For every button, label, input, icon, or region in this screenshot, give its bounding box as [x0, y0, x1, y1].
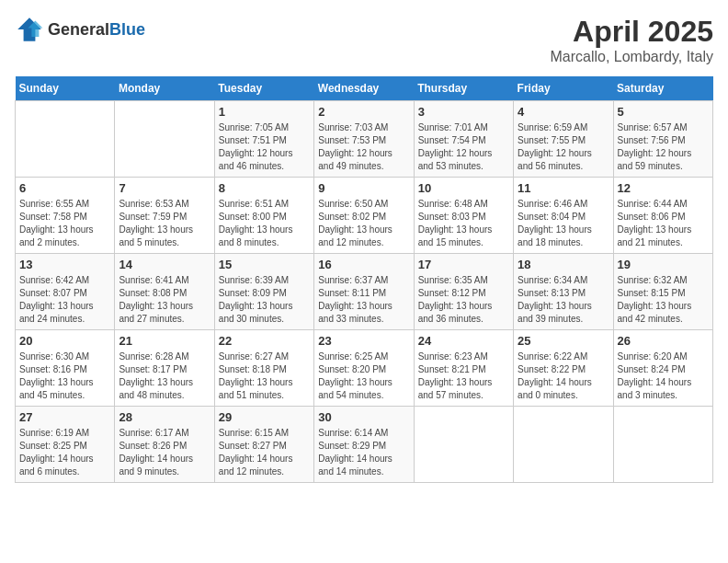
calendar-cell: 27Sunrise: 6:19 AM Sunset: 8:25 PM Dayli… — [16, 407, 115, 483]
calendar-cell: 6Sunrise: 6:55 AM Sunset: 7:58 PM Daylig… — [16, 178, 115, 254]
weekday-header-cell: Friday — [514, 76, 613, 101]
day-detail: Sunrise: 6:25 AM Sunset: 8:20 PM Dayligh… — [318, 350, 409, 402]
calendar-cell — [16, 101, 115, 178]
day-detail: Sunrise: 6:35 AM Sunset: 8:12 PM Dayligh… — [418, 274, 509, 326]
day-number: 15 — [219, 258, 310, 271]
day-detail: Sunrise: 6:30 AM Sunset: 8:16 PM Dayligh… — [19, 350, 110, 402]
calendar-week-row: 6Sunrise: 6:55 AM Sunset: 7:58 PM Daylig… — [16, 178, 713, 254]
day-number: 29 — [219, 410, 310, 424]
day-number: 12 — [618, 181, 709, 195]
calendar-cell: 25Sunrise: 6:22 AM Sunset: 8:22 PM Dayli… — [514, 330, 613, 407]
calendar-cell: 8Sunrise: 6:51 AM Sunset: 8:00 PM Daylig… — [214, 178, 313, 254]
day-number: 26 — [618, 334, 709, 348]
calendar-cell: 18Sunrise: 6:34 AM Sunset: 8:13 PM Dayli… — [514, 254, 613, 330]
calendar-cell: 3Sunrise: 7:01 AM Sunset: 7:54 PM Daylig… — [414, 101, 513, 178]
day-detail: Sunrise: 6:28 AM Sunset: 8:17 PM Dayligh… — [119, 350, 210, 402]
day-detail: Sunrise: 6:41 AM Sunset: 8:08 PM Dayligh… — [119, 274, 210, 326]
calendar-cell: 29Sunrise: 6:15 AM Sunset: 8:27 PM Dayli… — [214, 407, 313, 483]
logo-icon — [15, 15, 44, 44]
calendar-week-row: 20Sunrise: 6:30 AM Sunset: 8:16 PM Dayli… — [16, 330, 713, 407]
calendar-cell: 13Sunrise: 6:42 AM Sunset: 8:07 PM Dayli… — [16, 254, 115, 330]
day-number: 20 — [19, 334, 110, 348]
page-title: April 2025 — [550, 15, 713, 49]
day-number: 21 — [119, 334, 210, 348]
calendar-cell: 12Sunrise: 6:44 AM Sunset: 8:06 PM Dayli… — [613, 178, 712, 254]
day-number: 30 — [318, 410, 409, 424]
day-detail: Sunrise: 6:39 AM Sunset: 8:09 PM Dayligh… — [219, 274, 310, 326]
day-number: 11 — [518, 181, 609, 195]
day-number: 25 — [518, 334, 609, 348]
logo-text: GeneralBlue — [48, 21, 145, 38]
calendar-cell: 21Sunrise: 6:28 AM Sunset: 8:17 PM Dayli… — [115, 330, 214, 407]
day-number: 16 — [318, 258, 409, 271]
day-detail: Sunrise: 6:44 AM Sunset: 8:06 PM Dayligh… — [618, 198, 709, 249]
calendar-cell: 17Sunrise: 6:35 AM Sunset: 8:12 PM Dayli… — [414, 254, 513, 330]
weekday-header-cell: Thursday — [414, 76, 513, 101]
day-number: 17 — [418, 258, 509, 271]
day-detail: Sunrise: 7:05 AM Sunset: 7:51 PM Dayligh… — [219, 121, 310, 173]
logo: GeneralBlue — [15, 15, 145, 44]
title-area: April 2025 Marcallo, Lombardy, Italy — [550, 15, 713, 65]
day-detail: Sunrise: 6:27 AM Sunset: 8:18 PM Dayligh… — [219, 350, 310, 402]
calendar-week-row: 13Sunrise: 6:42 AM Sunset: 8:07 PM Dayli… — [16, 254, 713, 330]
calendar-cell: 16Sunrise: 6:37 AM Sunset: 8:11 PM Dayli… — [314, 254, 414, 330]
day-number: 28 — [119, 410, 210, 424]
calendar-cell: 22Sunrise: 6:27 AM Sunset: 8:18 PM Dayli… — [214, 330, 313, 407]
day-number: 9 — [318, 181, 409, 195]
calendar-cell: 30Sunrise: 6:14 AM Sunset: 8:29 PM Dayli… — [314, 407, 414, 483]
calendar-cell: 28Sunrise: 6:17 AM Sunset: 8:26 PM Dayli… — [115, 407, 214, 483]
day-number: 1 — [219, 105, 310, 119]
day-number: 19 — [618, 258, 709, 271]
day-number: 27 — [19, 410, 110, 424]
day-detail: Sunrise: 7:01 AM Sunset: 7:54 PM Dayligh… — [418, 121, 509, 173]
calendar-cell — [414, 407, 513, 483]
calendar-header-row: SundayMondayTuesdayWednesdayThursdayFrid… — [16, 76, 713, 101]
day-detail: Sunrise: 6:57 AM Sunset: 7:56 PM Dayligh… — [618, 121, 709, 173]
day-number: 4 — [518, 105, 609, 119]
calendar-cell: 11Sunrise: 6:46 AM Sunset: 8:04 PM Dayli… — [514, 178, 613, 254]
calendar-cell: 23Sunrise: 6:25 AM Sunset: 8:20 PM Dayli… — [314, 330, 414, 407]
calendar-cell: 10Sunrise: 6:48 AM Sunset: 8:03 PM Dayli… — [414, 178, 513, 254]
day-detail: Sunrise: 6:32 AM Sunset: 8:15 PM Dayligh… — [618, 274, 709, 326]
day-detail: Sunrise: 6:20 AM Sunset: 8:24 PM Dayligh… — [618, 350, 709, 402]
calendar-cell: 1Sunrise: 7:05 AM Sunset: 7:51 PM Daylig… — [214, 101, 313, 178]
page-subtitle: Marcallo, Lombardy, Italy — [550, 49, 713, 65]
calendar-cell: 24Sunrise: 6:23 AM Sunset: 8:21 PM Dayli… — [414, 330, 513, 407]
day-number: 5 — [618, 105, 709, 119]
day-detail: Sunrise: 6:17 AM Sunset: 8:26 PM Dayligh… — [119, 427, 210, 478]
calendar-cell: 5Sunrise: 6:57 AM Sunset: 7:56 PM Daylig… — [613, 101, 712, 178]
weekday-header-cell: Saturday — [613, 76, 712, 101]
day-number: 6 — [19, 181, 110, 195]
day-detail: Sunrise: 6:51 AM Sunset: 8:00 PM Dayligh… — [219, 198, 310, 249]
day-detail: Sunrise: 6:53 AM Sunset: 7:59 PM Dayligh… — [119, 198, 210, 249]
day-detail: Sunrise: 6:19 AM Sunset: 8:25 PM Dayligh… — [19, 427, 110, 478]
day-number: 8 — [219, 181, 310, 195]
day-number: 10 — [418, 181, 509, 195]
calendar-cell: 7Sunrise: 6:53 AM Sunset: 7:59 PM Daylig… — [115, 178, 214, 254]
day-detail: Sunrise: 6:59 AM Sunset: 7:55 PM Dayligh… — [518, 121, 609, 173]
day-number: 14 — [119, 258, 210, 271]
day-detail: Sunrise: 6:22 AM Sunset: 8:22 PM Dayligh… — [518, 350, 609, 402]
weekday-header-cell: Monday — [115, 76, 214, 101]
weekday-header-cell: Sunday — [16, 76, 115, 101]
calendar-table: SundayMondayTuesdayWednesdayThursdayFrid… — [15, 76, 713, 483]
calendar-week-row: 27Sunrise: 6:19 AM Sunset: 8:25 PM Dayli… — [16, 407, 713, 483]
day-detail: Sunrise: 6:46 AM Sunset: 8:04 PM Dayligh… — [518, 198, 609, 249]
day-detail: Sunrise: 6:55 AM Sunset: 7:58 PM Dayligh… — [19, 198, 110, 249]
day-number: 3 — [418, 105, 509, 119]
header: GeneralBlue April 2025 Marcallo, Lombard… — [15, 15, 713, 65]
calendar-cell — [115, 101, 214, 178]
day-detail: Sunrise: 6:42 AM Sunset: 8:07 PM Dayligh… — [19, 274, 110, 326]
calendar-cell: 9Sunrise: 6:50 AM Sunset: 8:02 PM Daylig… — [314, 178, 414, 254]
day-number: 18 — [518, 258, 609, 271]
day-detail: Sunrise: 6:15 AM Sunset: 8:27 PM Dayligh… — [219, 427, 310, 478]
calendar-cell: 15Sunrise: 6:39 AM Sunset: 8:09 PM Dayli… — [214, 254, 313, 330]
day-number: 23 — [318, 334, 409, 348]
day-detail: Sunrise: 6:23 AM Sunset: 8:21 PM Dayligh… — [418, 350, 509, 402]
calendar-cell: 2Sunrise: 7:03 AM Sunset: 7:53 PM Daylig… — [314, 101, 414, 178]
calendar-cell: 26Sunrise: 6:20 AM Sunset: 8:24 PM Dayli… — [613, 330, 712, 407]
calendar-cell — [514, 407, 613, 483]
day-number: 13 — [19, 258, 110, 271]
day-number: 24 — [418, 334, 509, 348]
calendar-week-row: 1Sunrise: 7:05 AM Sunset: 7:51 PM Daylig… — [16, 101, 713, 178]
